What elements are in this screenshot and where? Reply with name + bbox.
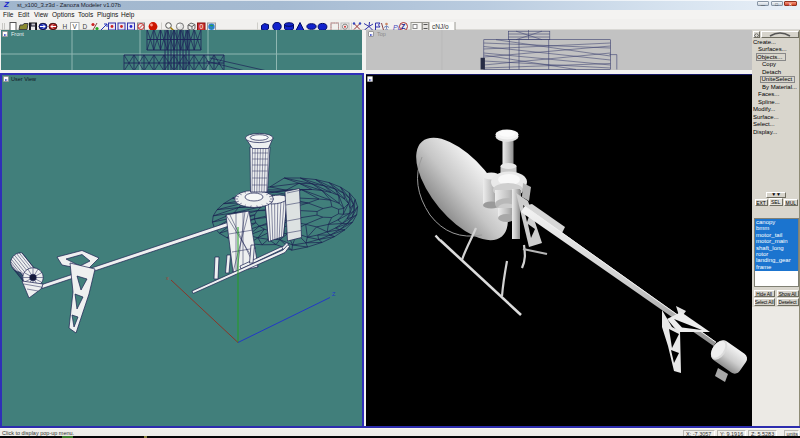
svg-text:Z: Z [401,23,406,30]
svg-text:cNJ/o: cNJ/o [432,23,449,30]
svg-text:V: V [73,23,78,30]
svg-text:H: H [63,23,68,30]
svg-text:0: 0 [200,23,204,30]
svg-text:Z: Z [332,291,336,297]
svg-text:x: x [166,275,169,281]
svg-text:D: D [83,23,88,30]
